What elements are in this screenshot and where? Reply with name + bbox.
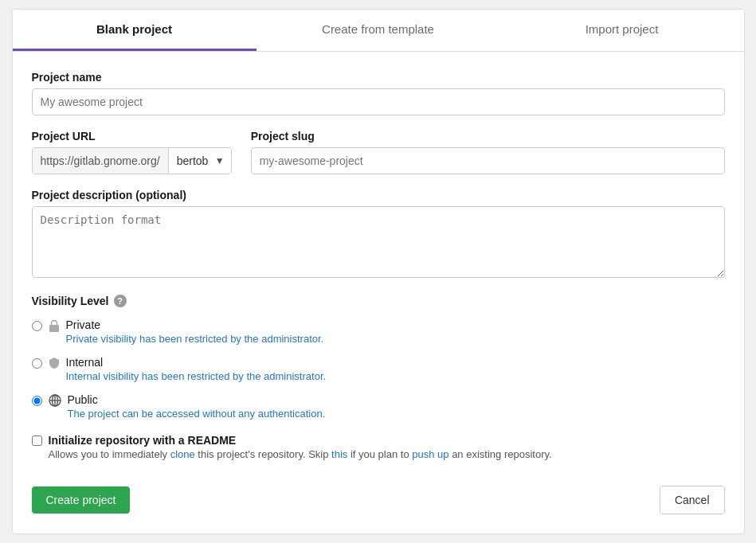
svg-rect-0: [49, 325, 59, 332]
cancel-button[interactable]: Cancel: [660, 486, 725, 514]
readme-checkbox-desc: Allows you to immediately clone this pro…: [49, 448, 552, 460]
clone-link: clone: [170, 448, 195, 460]
visibility-public-desc: The project can be accessed without any …: [68, 408, 326, 420]
project-slug-input[interactable]: [251, 147, 725, 174]
visibility-private-title: Private: [66, 318, 324, 331]
namespace-select-wrapper: bertob ▼: [169, 148, 231, 174]
form-footer: Create project Cancel: [32, 478, 725, 521]
url-base-text: https://gitlab.gnome.org/: [33, 148, 169, 174]
tab-create-from-template[interactable]: Create from template: [257, 10, 500, 51]
push-link: push up: [412, 448, 449, 460]
tab-blank-project[interactable]: Blank project: [13, 10, 257, 51]
readme-checkbox-label: Initialize repository with a README: [49, 434, 552, 447]
visibility-radio-internal[interactable]: [32, 358, 42, 369]
create-project-button[interactable]: Create project: [32, 486, 131, 514]
project-description-label: Project description (optional): [32, 189, 725, 201]
visibility-radio-private[interactable]: [32, 321, 42, 331]
project-url-label: Project URL: [32, 130, 232, 143]
url-row: Project URL https://gitlab.gnome.org/ be…: [32, 130, 725, 174]
readme-checkbox[interactable]: [32, 436, 42, 446]
visibility-help-icon[interactable]: ?: [114, 295, 127, 307]
tab-import-project[interactable]: Import project: [500, 10, 744, 51]
visibility-radio-public[interactable]: [32, 396, 42, 406]
main-container: Blank project Create from template Impor…: [12, 9, 745, 534]
visibility-public-title: Public: [68, 393, 326, 406]
visibility-internal-title: Internal: [66, 356, 327, 369]
namespace-select[interactable]: bertob: [169, 148, 231, 174]
visibility-private-text: Private Private visibility has been rest…: [66, 318, 324, 345]
visibility-option-public: Public The project can be accessed witho…: [32, 393, 725, 420]
skip-link: this: [331, 448, 347, 460]
shield-icon: [49, 357, 60, 372]
visibility-option-private: Private Private visibility has been rest…: [32, 318, 725, 345]
project-name-input[interactable]: [32, 88, 725, 115]
project-slug-group: Project slug: [251, 130, 725, 174]
globe-icon: [49, 394, 61, 409]
visibility-option-internal: Internal Internal visibility has been re…: [32, 356, 725, 382]
project-description-input[interactable]: [32, 206, 725, 278]
project-url-group: Project URL https://gitlab.gnome.org/ be…: [32, 130, 232, 174]
project-name-label: Project name: [32, 71, 725, 84]
visibility-group: Visibility Level ? Private Private visib…: [32, 295, 725, 420]
visibility-public-text: Public The project can be accessed witho…: [68, 393, 326, 420]
lock-icon: [49, 319, 60, 334]
readme-checkbox-row: Initialize repository with a README Allo…: [32, 434, 725, 460]
tab-bar: Blank project Create from template Impor…: [13, 10, 744, 52]
project-description-group: Project description (optional): [32, 189, 725, 280]
visibility-internal-text: Internal Internal visibility has been re…: [66, 356, 327, 382]
project-name-group: Project name: [32, 71, 725, 115]
readme-text-block: Initialize repository with a README Allo…: [49, 434, 552, 460]
visibility-section-label: Visibility Level ?: [32, 295, 725, 307]
project-slug-label: Project slug: [251, 130, 725, 143]
visibility-label-text: Visibility Level: [32, 295, 109, 307]
visibility-internal-desc: Internal visibility has been restricted …: [66, 370, 327, 382]
form-body: Project name Project URL https://gitlab.…: [13, 52, 744, 533]
url-field: https://gitlab.gnome.org/ bertob ▼: [32, 147, 232, 174]
visibility-private-desc: Private visibility has been restricted b…: [66, 333, 324, 345]
